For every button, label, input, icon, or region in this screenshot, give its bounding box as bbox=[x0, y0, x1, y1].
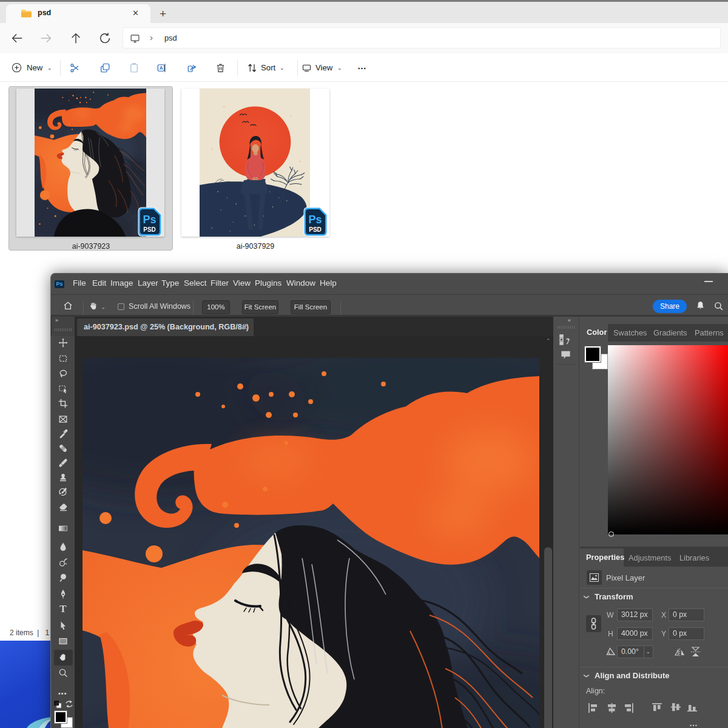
svg-text:PSD: PSD bbox=[309, 226, 322, 233]
svg-text:PSD: PSD bbox=[143, 226, 156, 233]
svg-text:Ps: Ps bbox=[143, 214, 156, 226]
svg-text:Ps: Ps bbox=[308, 214, 322, 226]
svg-text:A: A bbox=[160, 66, 163, 71]
